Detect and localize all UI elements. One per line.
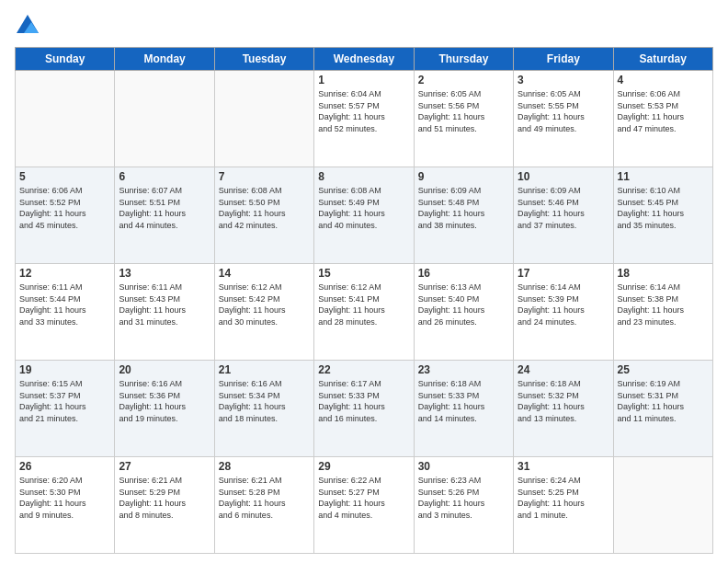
day-number: 25 — [618, 363, 709, 376]
day-info: Sunrise: 6:15 AM Sunset: 5:37 PM Dayligh… — [19, 378, 110, 424]
calendar-cell: 28Sunrise: 6:21 AM Sunset: 5:28 PM Dayli… — [214, 457, 313, 554]
calendar-cell: 29Sunrise: 6:22 AM Sunset: 5:27 PM Dayli… — [314, 457, 414, 554]
weekday-header: Sunday — [16, 48, 115, 71]
calendar-cell: 16Sunrise: 6:13 AM Sunset: 5:40 PM Dayli… — [414, 264, 513, 361]
day-number: 22 — [318, 363, 409, 376]
calendar-cell: 23Sunrise: 6:18 AM Sunset: 5:33 PM Dayli… — [414, 361, 513, 457]
calendar-cell — [115, 71, 214, 167]
day-info: Sunrise: 6:08 AM Sunset: 5:50 PM Dayligh… — [219, 185, 310, 231]
calendar-week-row: 19Sunrise: 6:15 AM Sunset: 5:37 PM Dayli… — [16, 361, 713, 457]
calendar-cell: 21Sunrise: 6:16 AM Sunset: 5:34 PM Dayli… — [214, 361, 313, 457]
day-number: 15 — [318, 267, 409, 280]
day-info: Sunrise: 6:06 AM Sunset: 5:53 PM Dayligh… — [618, 88, 709, 134]
day-number: 27 — [119, 460, 210, 473]
day-info: Sunrise: 6:22 AM Sunset: 5:27 PM Dayligh… — [318, 475, 409, 521]
calendar-cell: 10Sunrise: 6:09 AM Sunset: 5:46 PM Dayli… — [514, 167, 613, 264]
calendar-cell: 1Sunrise: 6:04 AM Sunset: 5:57 PM Daylig… — [314, 71, 414, 167]
day-number: 3 — [518, 74, 609, 86]
logo — [15, 15, 39, 38]
page: SundayMondayTuesdayWednesdayThursdayFrid… — [0, 0, 728, 563]
calendar-cell: 20Sunrise: 6:16 AM Sunset: 5:36 PM Dayli… — [115, 361, 214, 457]
day-info: Sunrise: 6:10 AM Sunset: 5:45 PM Dayligh… — [618, 185, 709, 231]
day-number: 8 — [318, 170, 409, 183]
weekday-header: Wednesday — [314, 48, 414, 71]
day-number: 9 — [418, 170, 509, 183]
calendar-cell: 9Sunrise: 6:09 AM Sunset: 5:48 PM Daylig… — [414, 167, 513, 264]
weekday-header: Thursday — [414, 48, 513, 71]
day-info: Sunrise: 6:18 AM Sunset: 5:32 PM Dayligh… — [518, 378, 609, 424]
calendar-cell: 30Sunrise: 6:23 AM Sunset: 5:26 PM Dayli… — [414, 457, 513, 554]
day-info: Sunrise: 6:14 AM Sunset: 5:39 PM Dayligh… — [518, 282, 609, 327]
day-info: Sunrise: 6:05 AM Sunset: 5:55 PM Dayligh… — [518, 88, 609, 134]
calendar-cell: 26Sunrise: 6:20 AM Sunset: 5:30 PM Dayli… — [16, 457, 115, 554]
calendar-cell: 13Sunrise: 6:11 AM Sunset: 5:43 PM Dayli… — [115, 264, 214, 361]
calendar-cell — [214, 71, 313, 167]
calendar-week-row: 1Sunrise: 6:04 AM Sunset: 5:57 PM Daylig… — [16, 71, 713, 167]
day-info: Sunrise: 6:17 AM Sunset: 5:33 PM Dayligh… — [318, 378, 409, 424]
header — [15, 15, 713, 38]
calendar-cell: 17Sunrise: 6:14 AM Sunset: 5:39 PM Dayli… — [514, 264, 613, 361]
day-info: Sunrise: 6:11 AM Sunset: 5:43 PM Dayligh… — [119, 282, 210, 327]
calendar-cell: 14Sunrise: 6:12 AM Sunset: 5:42 PM Dayli… — [214, 264, 313, 361]
weekday-header: Monday — [115, 48, 214, 71]
calendar-cell: 31Sunrise: 6:24 AM Sunset: 5:25 PM Dayli… — [514, 457, 613, 554]
calendar-week-row: 12Sunrise: 6:11 AM Sunset: 5:44 PM Dayli… — [16, 264, 713, 361]
day-info: Sunrise: 6:18 AM Sunset: 5:33 PM Dayligh… — [418, 378, 509, 424]
day-info: Sunrise: 6:09 AM Sunset: 5:48 PM Dayligh… — [418, 185, 509, 231]
calendar-cell: 25Sunrise: 6:19 AM Sunset: 5:31 PM Dayli… — [613, 361, 712, 457]
day-info: Sunrise: 6:04 AM Sunset: 5:57 PM Dayligh… — [318, 88, 409, 134]
day-info: Sunrise: 6:23 AM Sunset: 5:26 PM Dayligh… — [418, 475, 509, 521]
calendar-cell: 2Sunrise: 6:05 AM Sunset: 5:56 PM Daylig… — [414, 71, 513, 167]
calendar-week-row: 5Sunrise: 6:06 AM Sunset: 5:52 PM Daylig… — [16, 167, 713, 264]
day-number: 10 — [518, 170, 609, 183]
calendar-cell: 19Sunrise: 6:15 AM Sunset: 5:37 PM Dayli… — [16, 361, 115, 457]
day-number: 29 — [318, 460, 409, 473]
day-info: Sunrise: 6:21 AM Sunset: 5:29 PM Dayligh… — [119, 475, 210, 521]
day-info: Sunrise: 6:16 AM Sunset: 5:34 PM Dayligh… — [219, 378, 310, 424]
calendar-cell: 24Sunrise: 6:18 AM Sunset: 5:32 PM Dayli… — [514, 361, 613, 457]
calendar-cell: 6Sunrise: 6:07 AM Sunset: 5:51 PM Daylig… — [115, 167, 214, 264]
day-info: Sunrise: 6:24 AM Sunset: 5:25 PM Dayligh… — [518, 475, 609, 521]
day-info: Sunrise: 6:20 AM Sunset: 5:30 PM Dayligh… — [19, 475, 110, 521]
logo-icon — [17, 15, 39, 33]
day-number: 28 — [219, 460, 310, 473]
day-number: 23 — [418, 363, 509, 376]
calendar-cell: 11Sunrise: 6:10 AM Sunset: 5:45 PM Dayli… — [613, 167, 712, 264]
day-info: Sunrise: 6:07 AM Sunset: 5:51 PM Dayligh… — [119, 185, 210, 231]
day-info: Sunrise: 6:12 AM Sunset: 5:42 PM Dayligh… — [219, 282, 310, 327]
day-number: 21 — [219, 363, 310, 376]
calendar-cell: 22Sunrise: 6:17 AM Sunset: 5:33 PM Dayli… — [314, 361, 414, 457]
calendar-cell: 12Sunrise: 6:11 AM Sunset: 5:44 PM Dayli… — [16, 264, 115, 361]
calendar-cell: 27Sunrise: 6:21 AM Sunset: 5:29 PM Dayli… — [115, 457, 214, 554]
day-number: 11 — [618, 170, 709, 183]
day-number: 6 — [119, 170, 210, 183]
day-number: 17 — [518, 267, 609, 280]
day-number: 7 — [219, 170, 310, 183]
calendar-cell: 8Sunrise: 6:08 AM Sunset: 5:49 PM Daylig… — [314, 167, 414, 264]
day-number: 2 — [418, 74, 509, 86]
weekday-header: Saturday — [613, 48, 712, 71]
day-number: 20 — [119, 363, 210, 376]
day-info: Sunrise: 6:21 AM Sunset: 5:28 PM Dayligh… — [219, 475, 310, 521]
day-info: Sunrise: 6:12 AM Sunset: 5:41 PM Dayligh… — [318, 282, 409, 327]
calendar-cell — [16, 71, 115, 167]
day-number: 14 — [219, 267, 310, 280]
calendar-cell: 7Sunrise: 6:08 AM Sunset: 5:50 PM Daylig… — [214, 167, 313, 264]
day-info: Sunrise: 6:05 AM Sunset: 5:56 PM Dayligh… — [418, 88, 509, 134]
weekday-header: Tuesday — [214, 48, 313, 71]
calendar-cell: 4Sunrise: 6:06 AM Sunset: 5:53 PM Daylig… — [613, 71, 712, 167]
calendar-cell: 15Sunrise: 6:12 AM Sunset: 5:41 PM Dayli… — [314, 264, 414, 361]
day-number: 18 — [618, 267, 709, 280]
day-number: 4 — [618, 74, 709, 86]
day-info: Sunrise: 6:19 AM Sunset: 5:31 PM Dayligh… — [618, 378, 709, 424]
day-number: 31 — [518, 460, 609, 473]
logo-block — [15, 15, 39, 38]
day-info: Sunrise: 6:09 AM Sunset: 5:46 PM Dayligh… — [518, 185, 609, 231]
day-info: Sunrise: 6:16 AM Sunset: 5:36 PM Dayligh… — [119, 378, 210, 424]
weekday-header: Friday — [514, 48, 613, 71]
day-number: 12 — [19, 267, 110, 280]
calendar-cell: 5Sunrise: 6:06 AM Sunset: 5:52 PM Daylig… — [16, 167, 115, 264]
day-info: Sunrise: 6:06 AM Sunset: 5:52 PM Dayligh… — [19, 185, 110, 231]
day-number: 26 — [19, 460, 110, 473]
calendar-header-row: SundayMondayTuesdayWednesdayThursdayFrid… — [16, 48, 713, 71]
